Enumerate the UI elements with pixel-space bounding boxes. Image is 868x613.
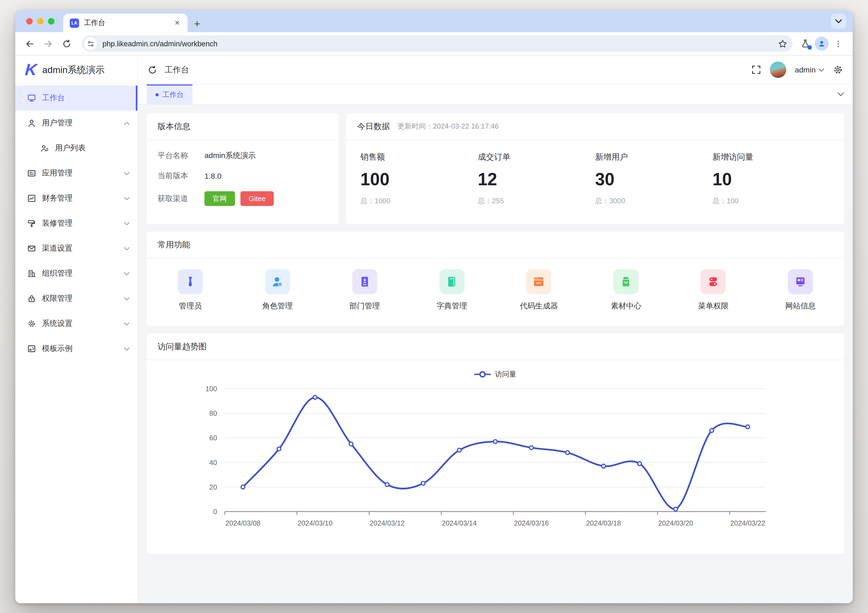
svg-text:0: 0 — [213, 508, 217, 515]
function-site-info[interactable]: 网站信息 — [757, 269, 844, 311]
url-text: php.likeadmin.cn/admin/workbench — [102, 40, 778, 48]
reload-icon — [62, 39, 71, 48]
function-label: 字典管理 — [436, 301, 467, 311]
stat-label: 成交订单 — [478, 152, 595, 163]
stat-sales: 销售额 100 总：1000 — [360, 152, 478, 206]
page-refresh-button[interactable] — [148, 65, 157, 74]
chevron-down-icon — [124, 246, 130, 250]
svg-text:</>: </> — [536, 281, 541, 285]
content-column: 工作台 版本信息 平台 — [138, 84, 853, 603]
function-department-management[interactable]: 部门管理 — [321, 269, 408, 311]
tag-label: 工作台 — [163, 90, 184, 100]
browser-menu-button[interactable] — [830, 36, 846, 52]
sidebar-item-workbench[interactable]: 工作台 — [15, 85, 137, 111]
site-monitor-icon — [788, 269, 813, 294]
sidebar-item-user-management[interactable]: 用户管理 — [15, 111, 137, 136]
sidebar-item-decoration-management[interactable]: 装修管理 — [15, 211, 137, 236]
stat-label: 新增访问量 — [713, 152, 830, 163]
sidebar-item-label: 组织管理 — [42, 269, 124, 279]
user-menu[interactable]: admin — [795, 65, 825, 74]
gear-icon — [833, 65, 843, 75]
fullscreen-button[interactable] — [751, 65, 761, 75]
sidebar-item-label: 装修管理 — [42, 218, 124, 228]
tag-workbench[interactable]: 工作台 — [147, 84, 192, 104]
function-code-generator[interactable]: </> 代码生成器 — [495, 269, 583, 311]
app-logo-area[interactable]: K admin系统演示 — [15, 56, 138, 84]
browser-profile-button[interactable] — [814, 36, 830, 52]
function-dictionary-management[interactable]: 字典管理 — [408, 269, 495, 311]
sidebar-item-finance-management[interactable]: 财务管理 — [15, 186, 137, 211]
function-label: 角色管理 — [262, 301, 293, 311]
code-window-icon: </> — [526, 269, 552, 294]
gitee-button[interactable]: Gitee — [240, 191, 274, 206]
svg-text:2024/03/22: 2024/03/22 — [730, 519, 765, 527]
platform-name-label: 平台名称 — [158, 151, 205, 161]
function-material-center[interactable]: 素材中心 — [583, 269, 670, 311]
sidebar-item-label: 用户管理 — [42, 118, 124, 128]
sidebar-item-organization-management[interactable]: 组织管理 — [15, 261, 137, 286]
function-label: 菜单权限 — [698, 301, 728, 311]
username: admin — [795, 65, 816, 74]
new-tab-button[interactable]: + — [194, 19, 200, 29]
svg-text:40: 40 — [209, 459, 217, 466]
chevron-down-icon — [124, 221, 130, 225]
update-time-value: 2024-03-22 16:17:46 — [433, 122, 499, 130]
settings-button[interactable] — [833, 65, 843, 75]
minimize-window-button[interactable] — [37, 18, 43, 25]
function-label: 素材中心 — [611, 301, 642, 311]
official-site-button[interactable]: 官网 — [205, 191, 235, 206]
sidebar-item-app-management[interactable]: 应用管理 — [15, 161, 137, 186]
profile-avatar-icon — [815, 37, 829, 51]
browser-tab[interactable]: LA 工作台 ✕ — [63, 14, 188, 32]
sidebar-item-label: 系统设置 — [42, 319, 124, 328]
main-content: 版本信息 平台名称 admin系统演示 当前版本 1.8.0 — [138, 105, 853, 603]
stat-label: 新增用户 — [595, 152, 713, 163]
sidebar-item-label: 用户列表 — [55, 143, 130, 153]
chart-legend[interactable]: 访问量 — [147, 369, 844, 380]
stat-new-users: 新增用户 30 总：3000 — [595, 152, 713, 206]
stat-total: 总：255 — [478, 196, 595, 206]
chevron-down-icon — [124, 322, 130, 325]
address-bar[interactable]: php.likeadmin.cn/admin/workbench — [82, 36, 793, 52]
sidebar-item-permission-management[interactable]: 权限管理 — [15, 286, 137, 311]
zoom-window-button[interactable] — [48, 18, 54, 25]
likeadmin-logo: K — [25, 62, 38, 78]
window-controls — [26, 10, 54, 32]
bookmark-button[interactable] — [778, 39, 787, 48]
function-role-management[interactable]: 角色管理 — [234, 269, 321, 311]
stat-value: 100 — [360, 169, 478, 190]
close-window-button[interactable] — [26, 18, 33, 25]
browser-toolbar: php.likeadmin.cn/admin/workbench — [15, 32, 853, 56]
site-settings-button[interactable] — [84, 37, 97, 50]
user-avatar[interactable] — [770, 62, 786, 78]
sidebar-item-user-list[interactable]: 用户列表 — [15, 136, 137, 161]
current-version-label: 当前版本 — [158, 171, 205, 181]
sidebar-item-system-settings[interactable]: 系统设置 — [15, 311, 137, 336]
experiments-button[interactable] — [797, 36, 814, 52]
refresh-icon — [148, 65, 157, 74]
stat-total: 总：1000 — [360, 196, 478, 206]
function-admin[interactable]: 管理员 — [147, 269, 234, 311]
user-icon — [27, 119, 36, 127]
sidebar-item-channel-settings[interactable]: 渠道设置 — [15, 236, 137, 261]
tags-more-button[interactable] — [837, 84, 844, 104]
forward-button[interactable] — [40, 36, 56, 51]
tab-search-button[interactable] — [831, 14, 846, 29]
back-button[interactable] — [22, 36, 37, 51]
legend-line-marker-icon — [474, 371, 491, 378]
sidebar-item-template-examples[interactable]: 模板示例 — [15, 336, 137, 361]
svg-text:100: 100 — [206, 385, 217, 393]
svg-text:20: 20 — [209, 483, 217, 491]
function-menu-permissions[interactable]: 菜单权限 — [670, 269, 757, 311]
tab-close-icon[interactable]: ✕ — [172, 18, 182, 28]
svg-text:2024/03/20: 2024/03/20 — [658, 519, 693, 527]
desktop: LA 工作台 ✕ + — [0, 0, 868, 613]
stat-orders: 成交订单 12 总：255 — [478, 152, 595, 206]
tags-bar: 工作台 — [138, 84, 853, 105]
reload-button[interactable] — [59, 36, 74, 51]
paint-roller-icon — [27, 219, 36, 228]
version-info-card: 版本信息 平台名称 admin系统演示 当前版本 1.8.0 — [147, 113, 339, 224]
svg-text:2024/03/14: 2024/03/14 — [442, 519, 477, 527]
app-icon — [27, 169, 36, 178]
monitor-icon — [27, 94, 36, 102]
